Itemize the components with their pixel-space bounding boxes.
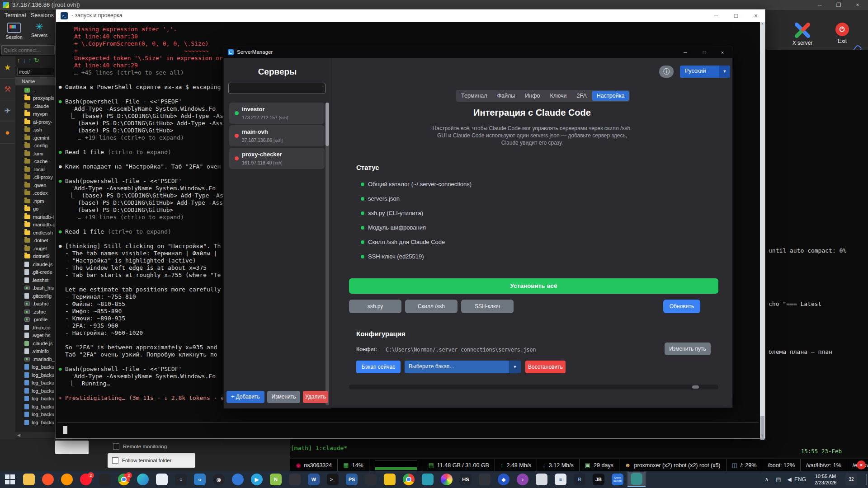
- taskbar-icon-app-dark-3[interactable]: [476, 472, 494, 487]
- taskbar-icon-edge[interactable]: [134, 472, 152, 487]
- quick-connect-input[interactable]: [1, 45, 55, 55]
- menu-terminal[interactable]: Terminal: [5, 12, 26, 19]
- file-tree-item[interactable]: .claude: [15, 102, 56, 110]
- backup-select[interactable]: Выберите бэкап... ▼: [405, 361, 521, 373]
- file-tree-item[interactable]: .lesshst: [15, 276, 56, 284]
- taskbar-icon-firefox[interactable]: [58, 472, 76, 487]
- taskbar-icon-opera[interactable]: 2: [77, 472, 95, 487]
- follow-terminal-checkbox[interactable]: Follow terminal folder: [108, 453, 195, 468]
- server-card-main-ovh[interactable]: main-ovh37.187.136.86 [ssh]: [229, 125, 325, 146]
- download-icon[interactable]: ↓: [23, 57, 26, 66]
- file-tree-item[interactable]: ↑..: [15, 86, 56, 94]
- taskbar-icon-ide-dark[interactable]: [96, 472, 114, 487]
- scrollbar-thumb[interactable]: [326, 103, 329, 146]
- file-tree-item[interactable]: ai-proxy-: [15, 118, 56, 126]
- folder-up-icon[interactable]: ↑: [17, 57, 20, 66]
- file-tree-item[interactable]: .gitconfig: [15, 292, 56, 300]
- backup-now-button[interactable]: Бэкап сейчас: [356, 361, 401, 373]
- info-button[interactable]: ⓘ: [659, 66, 674, 78]
- taskbar-icon-cyberduck[interactable]: [381, 472, 399, 487]
- upload-icon[interactable]: ↑: [28, 57, 32, 66]
- server-manager-titlebar[interactable]: ServerManager ─ □ ×: [224, 47, 732, 58]
- taskbar-icon-app-teal[interactable]: [419, 472, 437, 487]
- file-tree-item[interactable]: .nuget: [15, 244, 56, 253]
- file-panel-hscrollbar[interactable]: ◀: [15, 432, 56, 438]
- change-path-button[interactable]: Изменить путь: [665, 343, 711, 355]
- tab-Терминал[interactable]: Терминал: [457, 91, 492, 101]
- tray-chevron-icon[interactable]: ∧: [762, 471, 771, 488]
- file-tree[interactable]: ↑..proxyapis.claudemyvpnai-proxy-.ssh.ge…: [15, 86, 56, 432]
- taskbar-icon-clock-app[interactable]: ○: [172, 472, 190, 487]
- minimize-icon[interactable]: ─: [707, 9, 725, 22]
- terminal-cursor[interactable]: [63, 426, 67, 434]
- taskbar-icon-hs-app[interactable]: HS: [457, 472, 475, 487]
- taskbar-icon-word[interactable]: W: [305, 472, 323, 487]
- delete-server-button[interactable]: Удалить: [303, 391, 328, 403]
- file-tree-item[interactable]: .mariadb_: [15, 355, 56, 363]
- taskbar-icon-app-dark-2[interactable]: [362, 472, 380, 487]
- file-tree-item[interactable]: .bash_his: [15, 284, 56, 292]
- scrollbar-thumb[interactable]: [692, 385, 699, 389]
- install-SSH-ключ-button[interactable]: SSH-ключ: [461, 300, 514, 313]
- tab-Файлы[interactable]: Файлы: [493, 91, 520, 101]
- network-icon[interactable]: ▤: [774, 471, 783, 488]
- taskbar-icon-file-explorer[interactable]: [20, 472, 38, 487]
- file-tree-item[interactable]: mariadb-i: [15, 213, 56, 221]
- tab-Ключи[interactable]: Ключи: [545, 91, 571, 101]
- server-card-investor[interactable]: investor173.212.212.157 [ssh]: [229, 103, 325, 124]
- minimize-icon[interactable]: ─: [676, 47, 694, 58]
- file-tree-item[interactable]: mariadb-c: [15, 221, 56, 229]
- file-tree-item[interactable]: myvpn: [15, 110, 56, 118]
- file-tree-item[interactable]: log_backu: [15, 371, 56, 379]
- taskbar-icon-quick-launch[interactable]: Quick launch: [609, 472, 627, 487]
- server-list-scrollbar[interactable]: [326, 103, 329, 405]
- remote-monitoring-checkbox[interactable]: Remote monitoring: [113, 443, 167, 450]
- language-indicator[interactable]: ENG: [794, 471, 807, 488]
- path-input[interactable]: [17, 68, 54, 75]
- monitoring-close-icon[interactable]: ×: [857, 460, 866, 469]
- file-tree-item[interactable]: .qwen: [15, 181, 56, 189]
- toolbar-servers-button[interactable]: ✳ Servers: [27, 22, 52, 48]
- file-tree-item[interactable]: .cache: [15, 158, 56, 166]
- taskbar-icon-rstudio[interactable]: R: [571, 472, 589, 487]
- close-icon[interactable]: ×: [850, 0, 865, 10]
- taskbar-icon-app-light[interactable]: [533, 472, 551, 487]
- file-tree-item[interactable]: .wget-hs: [15, 332, 56, 340]
- taskbar-icon-cmd[interactable]: >_: [324, 472, 342, 487]
- toolbar-session-button[interactable]: Session: [2, 22, 26, 48]
- tab-Инфо[interactable]: Инфо: [520, 91, 544, 101]
- maximize-icon[interactable]: □: [695, 47, 713, 58]
- file-tree-item[interactable]: .tmux.co: [15, 324, 56, 332]
- add-server-button[interactable]: + Добавить: [226, 391, 264, 403]
- taskbar-icon-chrome[interactable]: [400, 472, 418, 487]
- file-tree-item[interactable]: .profile: [15, 316, 56, 324]
- globe-icon[interactable]: ●: [0, 122, 15, 144]
- close-icon[interactable]: ×: [747, 9, 765, 22]
- taskbar-icon-telegram[interactable]: ▶: [248, 472, 266, 487]
- language-select[interactable]: Русский ▼: [680, 66, 730, 78]
- taskbar-icon-obs[interactable]: ◎: [210, 472, 228, 487]
- taskbar-icon-active-terminal[interactable]: [627, 472, 646, 487]
- file-tree-item[interactable]: log_backu: [15, 387, 56, 395]
- file-tree-item[interactable]: .npm: [15, 197, 56, 205]
- file-tree-item[interactable]: .gemini: [15, 134, 56, 142]
- taskbar-icon-jetbrains[interactable]: JB: [590, 472, 608, 487]
- file-tree-item[interactable]: log_backu: [15, 403, 56, 411]
- terminal-titlebar[interactable]: >_ · запуск и проверка ─ □ ×: [56, 9, 765, 22]
- restore-button[interactable]: Восстановить: [525, 361, 566, 373]
- notification-badge[interactable]: 32: [845, 474, 857, 485]
- taskbar-icon-notepad[interactable]: [153, 472, 171, 487]
- taskbar-icon-powershell[interactable]: PS: [343, 472, 361, 487]
- file-tree-item[interactable]: .zshrc: [15, 308, 56, 316]
- show-desktop-button[interactable]: [866, 474, 867, 485]
- file-tree-item[interactable]: go: [15, 205, 56, 213]
- server-search-input[interactable]: [228, 83, 326, 94]
- file-tree-item[interactable]: .viminfo: [15, 347, 56, 356]
- file-tree-item[interactable]: .dotnet: [15, 237, 56, 245]
- file-tree-item[interactable]: log_backu: [15, 395, 56, 403]
- taskbar-icon-app-dark[interactable]: [286, 472, 304, 487]
- file-tree-item[interactable]: dotnet9: [15, 253, 56, 261]
- taskbar-icon-chrome-profile[interactable]: 2: [115, 472, 133, 487]
- file-tree-item[interactable]: log_backu: [15, 363, 56, 371]
- file-tree-item[interactable]: proxyapis: [15, 94, 56, 103]
